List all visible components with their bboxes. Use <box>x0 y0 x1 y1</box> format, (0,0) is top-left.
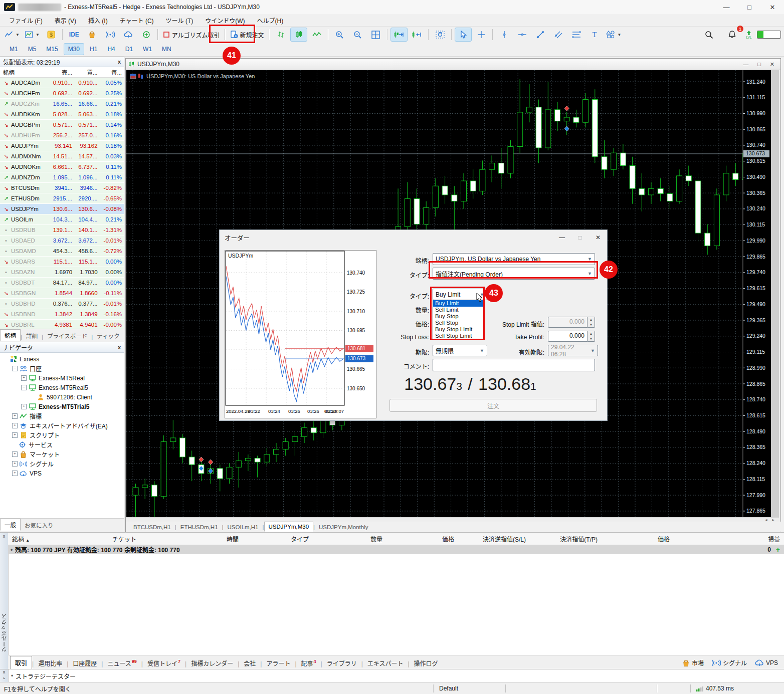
market-watch-row[interactable]: ↘AUDDKKm5.028...5.063...0.18% <box>0 109 124 120</box>
dialog-maximize-button[interactable]: □ <box>571 231 589 244</box>
market-watch-row[interactable]: ↗ETHUSDm2915....2920....-0.65% <box>0 193 124 204</box>
pending-type-option-1[interactable]: Sell Limit <box>433 307 484 313</box>
collapse-icon[interactable]: − <box>21 385 27 390</box>
stop-limit-field[interactable]: 0.000 ▲▼ <box>548 317 595 328</box>
market-watch-row[interactable]: ↘USDARS115.1...115.1...0.00% <box>0 257 124 267</box>
channel-icon[interactable] <box>550 28 567 42</box>
strategy-tester-label[interactable]: ストラテジーテスター <box>16 672 76 680</box>
take-profit-stepper[interactable]: ▲▼ <box>587 331 595 342</box>
stop-limit-stepper[interactable]: ▲▼ <box>587 317 595 328</box>
market-watch-row[interactable]: •USDAZN1.69701.70300.00% <box>0 267 124 278</box>
navigator-item-0[interactable]: Exness <box>0 354 124 364</box>
scroll-left-icon[interactable]: ◄ <box>764 518 768 522</box>
new-order-button[interactable]: 新規注文 <box>228 28 266 42</box>
pending-type-option-4[interactable]: Buy Stop Limit <box>433 326 484 333</box>
toolbox-tab-1[interactable]: 運用比率 <box>34 657 67 669</box>
toolbox-link-0[interactable]: 市場 <box>682 658 704 667</box>
market-watch-row[interactable]: ↘USDJPYm130.6...130.6...-0.08% <box>0 204 124 214</box>
toolbox-tab-6[interactable]: 会社 <box>239 657 260 669</box>
chart-tab-1[interactable]: ETHUSDm,H1 <box>176 523 222 532</box>
dialog-close-button[interactable]: ✕ <box>589 231 607 244</box>
market-watch-row[interactable]: •USDAMD454.3...458.6...-0.72% <box>0 246 124 257</box>
market-watch-row[interactable]: ↘AUDGBPm0.571...0.571...0.14% <box>0 120 124 130</box>
navigator-item-6[interactable]: +指標 <box>0 411 124 421</box>
bars-chart-icon[interactable] <box>272 28 289 42</box>
expand-icon[interactable]: + <box>12 413 18 419</box>
market-watch-row[interactable]: ↘AUDNOKm6.661...6.737...0.11% <box>0 162 124 172</box>
pending-type-option-3[interactable]: Sell Stop <box>433 320 484 326</box>
order-kind-select[interactable]: 指値注文(Pending Order)▼ <box>433 268 595 280</box>
chart-tab-0[interactable]: BTCUSDm,H1 <box>129 523 175 532</box>
toolbox-column-6[interactable]: 決済逆指値(S/L) <box>458 535 530 543</box>
toolbox-tab-7[interactable]: アラート <box>262 657 295 669</box>
expand-icon[interactable]: + <box>21 375 27 381</box>
market-watch-row[interactable]: •USDBHD0.376...0.377...-0.01% <box>0 299 124 309</box>
trendline-icon[interactable] <box>532 28 549 42</box>
vertical-line-icon[interactable] <box>496 28 513 42</box>
close-icon[interactable]: x <box>118 344 121 350</box>
market-watch-tab-1[interactable]: 詳細 <box>22 330 42 341</box>
menu-item-6[interactable]: ヘルプ(H) <box>251 15 290 26</box>
expiry-date-select[interactable]: 29.04.22 06:28▼ <box>548 345 598 356</box>
market-watch-row[interactable]: ↘AUDCHFm0.692...0.692...0.25% <box>0 88 124 99</box>
crosshair-icon[interactable] <box>473 28 490 42</box>
expand-icon[interactable]: + <box>12 423 18 428</box>
toolbox-link-1[interactable]: シグナル <box>712 658 747 667</box>
navigator-item-12[interactable]: +VPS <box>0 469 124 478</box>
chart-restore-button[interactable]: □ <box>757 61 761 68</box>
symbol-select[interactable]: USDJPYm, US Dollar vs Japanese Yen▼ <box>433 253 595 265</box>
cloud-icon[interactable] <box>120 28 137 42</box>
chart-tab-3[interactable]: USDJPYm,M30 <box>264 522 314 532</box>
pending-type-option-2[interactable]: Buy Stop <box>433 313 484 320</box>
collapse-icon[interactable]: − <box>12 366 18 371</box>
close-icon[interactable]: x <box>3 669 6 674</box>
market-watch-row[interactable]: ↗USOILm104.3...104.4...0.21% <box>0 214 124 225</box>
timeframe-m15[interactable]: M15 <box>42 43 62 55</box>
line-chart-icon[interactable] <box>308 28 325 42</box>
toolbox-column-5[interactable]: 価格 <box>386 535 458 543</box>
expand-icon[interactable]: + <box>12 451 18 457</box>
toolbox-column-7[interactable]: 決済指値(T/P) <box>530 535 602 543</box>
menu-item-4[interactable]: ツール (T) <box>160 15 200 26</box>
close-icon[interactable]: x <box>118 59 121 65</box>
column-header-1[interactable]: 売... <box>49 68 74 76</box>
toolbox-tab-9[interactable]: ライブラリ <box>322 657 361 669</box>
expand-icon[interactable]: + <box>12 461 18 467</box>
market-watch-tab-2[interactable]: プライスボード <box>43 330 91 341</box>
timeframe-h4[interactable]: H4 <box>103 43 119 55</box>
status-profile[interactable]: Default <box>434 685 505 692</box>
expiry-select[interactable]: 無期限▼ <box>433 345 487 356</box>
market-watch-row[interactable]: ↘AUDHUFm256.2...257.0...0.16% <box>0 130 124 141</box>
ide-button[interactable]: IDE <box>66 28 83 42</box>
maximize-button[interactable]: □ <box>738 1 761 14</box>
navigator-item-3[interactable]: −Exness-MT5Real5 <box>0 383 124 392</box>
timeframe-d1[interactable]: D1 <box>121 43 137 55</box>
close-icon[interactable]: x <box>0 533 8 539</box>
toolbox-link-2[interactable]: VPS <box>755 658 778 667</box>
toolbox-column-8[interactable]: 価格 <box>602 535 674 543</box>
navigator-item-1[interactable]: −口座 <box>0 364 124 373</box>
timeframe-mn[interactable]: MN <box>157 43 176 55</box>
column-header-2[interactable]: 買... <box>74 68 99 76</box>
chart-close-button[interactable]: ✕ <box>770 61 774 68</box>
menu-item-5[interactable]: ウインドウ(W) <box>199 15 251 26</box>
toolbox-column-3[interactable]: タイプ <box>243 535 313 543</box>
market-watch-row[interactable]: ↘USDBGN1.85441.8660-0.11% <box>0 288 124 299</box>
navigator-tab-0[interactable]: 一般 <box>0 519 21 531</box>
market-bag-icon[interactable] <box>84 28 101 42</box>
timeframe-m5[interactable]: M5 <box>24 43 41 55</box>
navigator-item-10[interactable]: +マーケット <box>0 449 124 459</box>
menu-item-0[interactable]: ファイル (F) <box>3 15 49 26</box>
navigator-item-9[interactable]: サービス <box>0 440 124 449</box>
market-watch-row[interactable]: ↗AUDCZKm16.65...16.66...0.21% <box>0 99 124 109</box>
market-watch-row[interactable]: ↘BTCUSDm3941...3946...-0.82% <box>0 183 124 193</box>
toolbox-tab-8[interactable]: 記事4 <box>297 657 321 669</box>
navigator-tab-1[interactable]: お気に入り <box>21 520 58 531</box>
minimize-button[interactable]: — <box>715 1 738 14</box>
market-watch-row[interactable]: ↘AUDCADm0.910...0.910...0.05% <box>0 78 124 88</box>
algo-trading-button[interactable]: アルゴリズム取引 <box>161 28 222 42</box>
toolbox-column-0[interactable]: 銘柄 ▲ <box>8 535 108 543</box>
cursor-icon[interactable] <box>455 28 472 42</box>
navigator-item-5[interactable]: +Exness-MT5Trial5 <box>0 402 124 411</box>
navigator-item-11[interactable]: +シグナル <box>0 459 124 469</box>
